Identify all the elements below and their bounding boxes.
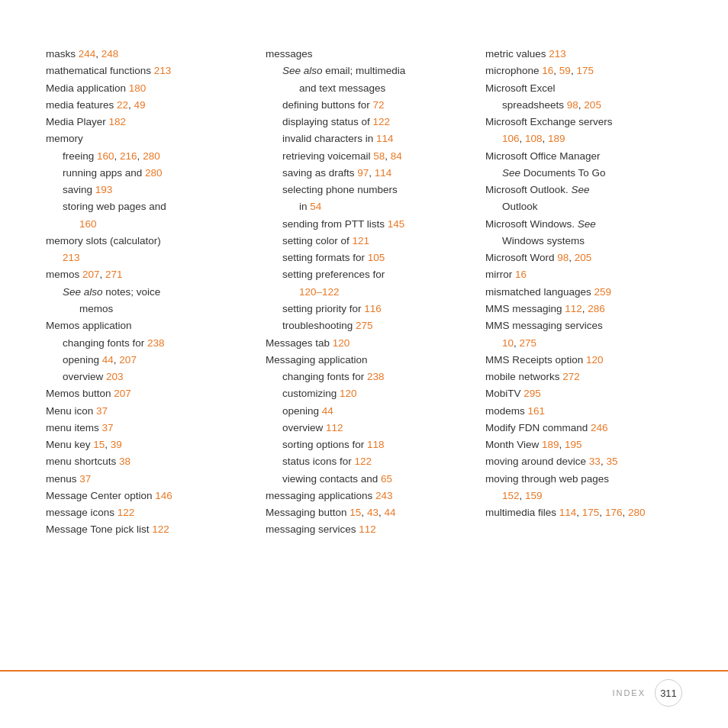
page-link: 120: [333, 337, 350, 349]
list-item: See also notes; voice: [46, 284, 243, 301]
list-item: 152, 159: [485, 488, 682, 504]
list-item: setting formats for 105: [266, 250, 462, 266]
page-link: 205: [575, 252, 592, 263]
page-link: 59: [559, 65, 571, 76]
page-link: 159: [525, 490, 543, 501]
list-item: overview 112: [266, 420, 462, 436]
list-item: saving 193: [46, 182, 243, 198]
page-link: 295: [523, 388, 541, 399]
list-item: mirror 16: [485, 266, 682, 283]
list-item: Microsoft Word 98, 205: [485, 250, 682, 266]
list-item: Media application 180: [46, 80, 243, 97]
page-link: 112: [565, 303, 582, 314]
list-item: 213: [46, 250, 243, 266]
list-item: Windows systems: [485, 233, 682, 250]
page-link: 114: [559, 507, 577, 518]
list-item: freeing 160, 216, 280: [46, 148, 243, 165]
page-link: 72: [373, 99, 385, 111]
page-link: 22: [117, 99, 128, 111]
page-link: 195: [565, 439, 582, 450]
page-link: 97: [357, 167, 369, 179]
list-item: overview 203: [46, 369, 243, 385]
list-item: messaging applications 243: [266, 488, 462, 504]
page-link: 122: [373, 116, 391, 127]
column-1: masks 244, 248mathematical functions 213…: [46, 46, 266, 621]
list-item: Messaging button 15, 43, 44: [266, 504, 462, 521]
list-item: Microsoft Exchange servers: [485, 114, 682, 130]
list-item: storing web pages and: [46, 198, 243, 215]
page-link: 108: [525, 133, 543, 144]
page-link: 275: [520, 337, 537, 349]
page-link: 120: [340, 388, 357, 399]
page-link: 116: [364, 303, 382, 314]
list-item: Microsoft Excel: [485, 80, 682, 97]
list-item: saving as drafts 97, 114: [266, 165, 462, 182]
page-link: 35: [606, 456, 617, 467]
page-link: 33: [589, 456, 601, 467]
page-link: 280: [143, 150, 160, 162]
page-link: 49: [134, 99, 146, 111]
list-item: mismatched languages 259: [485, 284, 682, 301]
page-link: 207: [119, 354, 137, 366]
page-footer: INDEX 311: [0, 670, 728, 707]
list-item: troubleshooting 275: [266, 317, 462, 334]
list-item: menu shortcuts 38: [46, 453, 243, 470]
page-link: 193: [95, 184, 113, 195]
list-item: message icons 122: [46, 504, 243, 521]
page-link: 44: [102, 354, 114, 366]
page-link: 114: [375, 167, 392, 179]
list-item: setting priority for 116: [266, 301, 462, 317]
page-link: 203: [106, 371, 124, 382]
list-item: status icons for 122: [266, 453, 462, 470]
list-item: MMS Receipts option 120: [485, 352, 682, 369]
list-item: Message Tone pick list 122: [46, 521, 243, 538]
page-link: 161: [528, 405, 546, 417]
list-item: customizing 120: [266, 385, 462, 402]
page-link: 259: [594, 286, 612, 298]
page-link: 180: [129, 82, 147, 94]
page-link: 243: [375, 490, 393, 501]
page-link: 122: [118, 507, 135, 518]
page-link: 182: [109, 116, 127, 127]
page-link: 105: [368, 252, 385, 263]
list-item: memory: [46, 130, 243, 147]
list-item: 10, 275: [485, 335, 682, 352]
list-item: Menu key 15, 39: [46, 436, 243, 453]
list-item: memory slots (calculator): [46, 233, 243, 250]
page-link: 16: [542, 65, 553, 76]
list-item: 160: [46, 216, 243, 233]
list-item: Microsoft Office Manager: [485, 148, 682, 165]
list-item: Messaging application: [266, 352, 462, 369]
list-item: menu items 37: [46, 420, 243, 436]
list-item: masks 244, 248: [46, 46, 243, 63]
page-link: 146: [155, 490, 172, 501]
list-item: Menu icon 37: [46, 403, 243, 420]
page-link: 271: [105, 269, 123, 280]
list-item: media features 22, 49: [46, 97, 243, 114]
list-item: MobiTV 295: [485, 385, 682, 402]
page-link: 120: [586, 354, 604, 366]
list-item: setting color of 121: [266, 233, 462, 250]
list-item: Message Center option 146: [46, 488, 243, 504]
list-item: spreadsheets 98, 205: [485, 97, 682, 114]
list-item: mobile networks 272: [485, 369, 682, 385]
list-item: Microsoft Outlook. See: [485, 182, 682, 198]
page-link: 16: [515, 269, 527, 280]
list-item: See Documents To Go: [485, 165, 682, 182]
list-item: setting preferences for: [266, 266, 462, 283]
list-item: in 54: [266, 198, 462, 215]
page-link: 207: [114, 388, 131, 399]
page-link: 43: [367, 507, 378, 518]
page-link: 207: [82, 269, 100, 280]
page-link: 238: [367, 371, 385, 382]
list-item: menus 37: [46, 471, 243, 488]
page-link: 65: [381, 473, 392, 485]
list-item: displaying status of 122: [266, 114, 462, 130]
list-item: Messages tab 120: [266, 335, 462, 352]
page-link: 114: [376, 133, 394, 144]
list-item: mathematical functions 213: [46, 63, 243, 79]
page-link: 37: [96, 405, 108, 417]
list-item: messaging services 112: [266, 521, 462, 538]
page-link: 120–122: [299, 286, 340, 298]
page-link: 145: [388, 218, 405, 230]
